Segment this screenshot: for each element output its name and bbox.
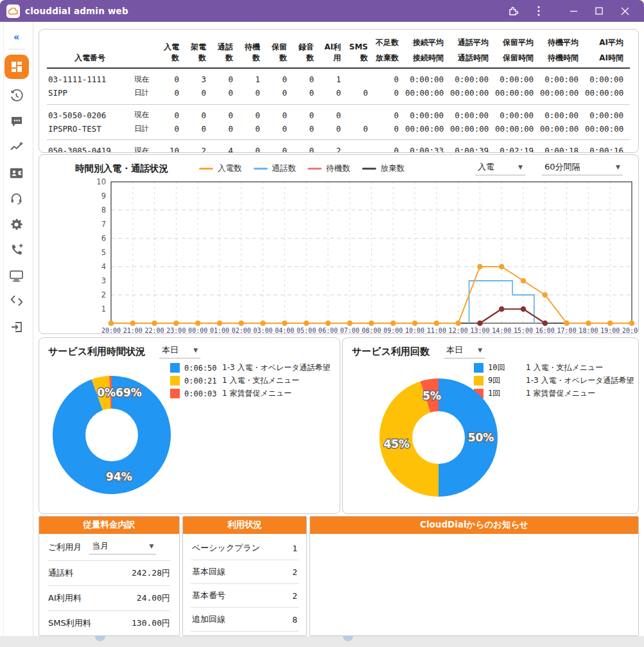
notice-panel-title: CloudDialからのお知らせ xyxy=(310,517,638,534)
table-cell: 0 xyxy=(374,140,405,153)
table-cell: 00:00:00 xyxy=(585,86,630,104)
table-cell: 0 xyxy=(186,104,213,122)
column-header: 入電番号 xyxy=(47,32,133,68)
column-header: 待機時間 xyxy=(540,51,585,67)
legend-item: 通話数 xyxy=(254,163,297,174)
logout-icon xyxy=(10,321,23,333)
svg-text:07:00: 07:00 xyxy=(340,327,360,333)
legend-item: 0:00:211 入電・支払メニュー xyxy=(170,375,331,386)
menu-dots-icon[interactable] xyxy=(526,0,552,22)
table-cell: 0 xyxy=(374,122,405,140)
sidebar-item-dashboard[interactable] xyxy=(4,55,29,79)
billing-month-select[interactable]: 当月▼ xyxy=(89,540,156,554)
table-cell: 0 xyxy=(320,86,347,104)
list-item: 基本番号2 xyxy=(191,584,299,608)
scroll-fragment xyxy=(343,636,353,641)
list-item: AI利用料24.00円 xyxy=(48,585,170,610)
sidebar-divider xyxy=(8,49,25,49)
minimize-button[interactable] xyxy=(561,0,586,22)
legend-swatch xyxy=(474,363,483,373)
table-cell: 0:00:00 xyxy=(495,104,540,122)
contact-card-icon xyxy=(10,168,23,179)
svg-text:5: 5 xyxy=(101,248,106,257)
list-item: アクティベートユーザ5 xyxy=(191,632,299,636)
column-header: 待機数 xyxy=(239,32,266,68)
settings-gear-icon xyxy=(10,218,23,231)
table-cell: 4 xyxy=(213,140,239,153)
service-count-donut-chart: 50%45%5% xyxy=(375,374,502,501)
table-cell: 0 xyxy=(266,104,293,122)
collapse-chevrons-icon[interactable]: « xyxy=(4,28,30,46)
column-header: 録音数 xyxy=(293,32,320,68)
table-cell: 0:00:39 xyxy=(450,140,495,153)
table-cell: 0:00:18 xyxy=(540,140,585,153)
donut-count-period-select[interactable]: 本日▼ xyxy=(444,344,485,359)
svg-text:45%: 45% xyxy=(383,438,410,450)
sidebar-item-developer[interactable] xyxy=(4,288,30,314)
table-cell: 0 xyxy=(293,86,320,104)
table-cell: 0 xyxy=(186,122,213,140)
column-header: 接続時間 xyxy=(405,51,450,67)
sidebar-item-add-call[interactable] xyxy=(4,237,30,263)
svg-text:9: 9 xyxy=(101,191,106,200)
table-cell: 2 xyxy=(320,140,347,153)
service-count-panel: サービス利用回数 本日▼ 10回1 入電・支払メニュー9回1-3 入電・オペレー… xyxy=(342,337,639,514)
close-button[interactable] xyxy=(612,0,638,22)
add-call-icon xyxy=(10,244,23,257)
table-row: SIPP日計00000000000:00:0000:00:0000:00:000… xyxy=(47,86,630,104)
table-cell: 00:00:00 xyxy=(540,122,585,140)
table-cell: 0 xyxy=(159,122,186,140)
column-header: 放棄数 xyxy=(374,51,405,67)
donut-time-title: サービス利用時間状況 xyxy=(48,346,145,358)
chevron-down-icon: ▼ xyxy=(149,543,153,549)
sidebar-item-messages[interactable] xyxy=(4,109,30,134)
svg-text:00:00: 00:00 xyxy=(188,327,207,333)
sidebar-item-contacts[interactable] xyxy=(4,160,30,186)
svg-text:08:00: 08:00 xyxy=(361,327,381,333)
table-cell: 0 xyxy=(374,68,405,86)
table-cell: 0:00:16 xyxy=(585,140,630,153)
svg-text:19:00: 19:00 xyxy=(600,327,620,333)
sidebar-item-analytics[interactable] xyxy=(4,134,30,160)
svg-text:20:00: 20:00 xyxy=(101,327,121,333)
table-cell: 1 xyxy=(320,68,347,86)
svg-text:7: 7 xyxy=(101,220,106,229)
table-cell: 日計 xyxy=(133,122,159,140)
column-header: 通話時間 xyxy=(450,51,495,67)
donut-time-period-select[interactable]: 本日▼ xyxy=(159,344,200,359)
interval-select[interactable]: 60分間隔▼ xyxy=(542,161,623,175)
sidebar-item-logout[interactable] xyxy=(4,314,30,340)
table-cell: 00:00:00 xyxy=(495,86,540,104)
sidebar: « xyxy=(0,22,33,636)
sidebar-item-settings[interactable] xyxy=(4,211,30,237)
metric-select[interactable]: 入電▼ xyxy=(475,161,525,175)
svg-text:14:00: 14:00 xyxy=(492,327,511,333)
column-header: 架電数 xyxy=(186,32,213,68)
table-cell: 0 xyxy=(293,122,320,140)
table-cell: 00:00:00 xyxy=(450,86,495,104)
chat-bubble-icon xyxy=(10,115,23,128)
chevron-down-icon: ▼ xyxy=(518,164,523,170)
svg-text:11:00: 11:00 xyxy=(427,327,446,333)
table-cell: 0:00:00 xyxy=(540,68,585,86)
column-header: 保留平均 xyxy=(495,32,540,51)
column-header: 接続平均 xyxy=(405,32,450,51)
svg-text:8: 8 xyxy=(101,206,106,215)
table-cell: 0:00:33 xyxy=(405,140,450,153)
sidebar-item-history[interactable] xyxy=(4,83,30,109)
maximize-button[interactable] xyxy=(586,0,612,22)
history-clock-icon xyxy=(10,89,23,103)
table-cell: 0 xyxy=(266,140,293,153)
legend-swatch xyxy=(308,168,322,170)
table-cell: IPSPRO-TEST xyxy=(47,122,133,140)
list-item: ベーシックプラン1 xyxy=(191,536,299,560)
monitor-icon xyxy=(10,270,23,282)
svg-text:1: 1 xyxy=(101,305,106,314)
table-cell: 日計 xyxy=(133,86,159,104)
extension-icon[interactable] xyxy=(500,0,526,22)
table-row: 03-1111-1111現在030100100:00:000:00:000:00… xyxy=(47,68,630,86)
sidebar-item-support[interactable] xyxy=(4,186,30,211)
window-title: clouddial admin web xyxy=(25,6,128,16)
sidebar-item-monitor[interactable] xyxy=(4,263,30,288)
svg-text:17:00: 17:00 xyxy=(557,327,577,333)
